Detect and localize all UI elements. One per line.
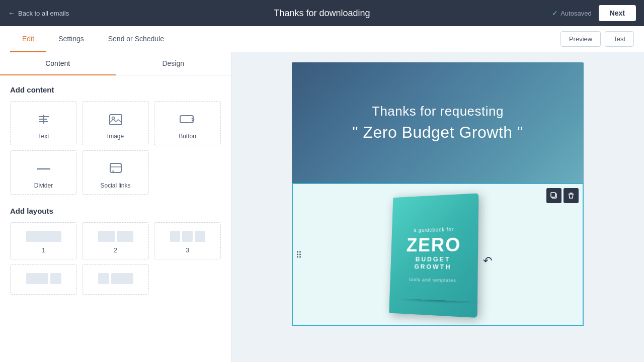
book-small-label: a guidebook for [414, 226, 454, 233]
tab-edit[interactable]: Edit [10, 27, 46, 52]
main-layout: Content Design Add content [0, 52, 644, 362]
sidebar-tab-content[interactable]: Content [0, 52, 116, 75]
layout-item-3[interactable]: 3 [154, 222, 221, 259]
layout-col [26, 231, 61, 242]
book-growth-label: GROWTH [414, 262, 452, 270]
content-item-image-label: Image [107, 133, 124, 140]
layout-preview-3 [170, 231, 205, 242]
copy-icon [550, 192, 557, 199]
text-icon [35, 111, 53, 129]
back-link[interactable]: ← Back to all emails [8, 9, 69, 17]
layout-preview-2 [98, 231, 133, 242]
layout-preview-1 [26, 231, 61, 242]
drag-dot [297, 256, 298, 258]
tab-send-schedule[interactable]: Send or Schedule [96, 27, 176, 52]
drag-dot [299, 251, 301, 253]
drag-dot-row [297, 254, 301, 255]
content-item-image[interactable]: Image [82, 101, 149, 145]
sidebar: Content Design Add content [0, 52, 231, 362]
preview-button[interactable]: Preview [560, 31, 601, 47]
test-button[interactable]: Test [605, 31, 634, 47]
layout-col [182, 231, 193, 242]
layout-col [170, 231, 181, 242]
layout-col [98, 273, 109, 284]
svg-rect-6 [180, 116, 193, 123]
svg-rect-12 [551, 193, 555, 197]
tab-bar: Edit Settings Send or Schedule [10, 26, 176, 52]
divider-icon [35, 160, 53, 178]
svg-text:#: # [112, 168, 115, 173]
layout-col [26, 273, 48, 284]
add-content-title: Add content [10, 85, 221, 94]
sidebar-tab-bar: Content Design [0, 52, 231, 75]
book-tools-label: tools and templates [409, 277, 456, 283]
layout-label-2: 2 [114, 247, 117, 254]
image-icon [107, 111, 125, 129]
content-item-text[interactable]: Text [10, 101, 77, 145]
email-book-section[interactable]: a guidebook for ZERO BUDGET GROWTH tools… [292, 183, 584, 326]
layout-item-2[interactable]: 2 [82, 222, 149, 259]
sidebar-content: Add content Text [0, 75, 231, 305]
layout-preview-5 [98, 273, 133, 284]
button-icon [179, 111, 197, 129]
canvas-area: Thanks for requesting " Zero Budget Grow… [231, 52, 644, 362]
drag-handle[interactable] [295, 248, 303, 261]
layout-col [111, 273, 133, 284]
email-container: Thanks for requesting " Zero Budget Grow… [292, 62, 584, 326]
secondary-nav-right: Preview Test [560, 31, 634, 47]
delete-icon [568, 192, 575, 199]
tab-settings[interactable]: Settings [46, 27, 96, 52]
copy-section-button[interactable] [546, 188, 561, 203]
section-toolbar [546, 188, 579, 203]
drag-dot [297, 251, 298, 253]
top-nav: ← Back to all emails Thanks for download… [0, 0, 644, 26]
autosaved-label: Autosaved [560, 10, 591, 17]
layout-col [195, 231, 205, 242]
back-arrow-icon: ← [8, 9, 15, 17]
content-item-divider-label: Divider [34, 182, 53, 189]
drag-dot [297, 254, 298, 255]
layout-item-5[interactable] [82, 264, 149, 295]
content-item-social[interactable]: # Social links [82, 150, 149, 195]
page-title: Thanks for downloading [274, 8, 370, 19]
drag-dot [299, 254, 301, 255]
layout-preview-4 [26, 273, 61, 284]
drag-dot [299, 256, 301, 258]
sidebar-tab-design[interactable]: Design [116, 52, 231, 75]
content-items-grid: Text Image [10, 101, 221, 195]
drag-dot-row [297, 251, 301, 253]
content-item-button-label: Button [179, 133, 196, 140]
email-header-line2: " Zero Budget Growth " [352, 123, 523, 142]
delete-section-button[interactable] [564, 188, 579, 203]
book-budget-label: BUDGET [416, 255, 451, 262]
next-button[interactable]: Next [599, 5, 636, 21]
autosaved-status: ✓ Autosaved [552, 9, 591, 17]
content-item-social-label: Social links [100, 182, 130, 189]
book-zero-label: ZERO [406, 235, 461, 254]
layout-item-4[interactable] [10, 264, 77, 295]
back-label: Back to all emails [18, 10, 69, 17]
book-illustration: a guidebook for ZERO BUDGET GROWTH tools… [377, 184, 498, 325]
content-item-text-label: Text [38, 133, 49, 140]
layout-label-3: 3 [186, 247, 189, 254]
layout-label-1: 1 [42, 247, 45, 254]
content-item-button[interactable]: Button [154, 101, 221, 145]
social-icon: # [107, 160, 125, 178]
email-header-section[interactable]: Thanks for requesting " Zero Budget Grow… [292, 62, 584, 183]
svg-rect-4 [110, 115, 122, 125]
email-header-line1: Thanks for requesting [372, 104, 504, 119]
layout-col [98, 231, 115, 242]
book-3d: a guidebook for ZERO BUDGET GROWTH tools… [389, 193, 489, 318]
layout-item-1[interactable]: 1 [10, 222, 77, 259]
secondary-nav: Edit Settings Send or Schedule Preview T… [0, 26, 644, 52]
add-layouts-title: Add layouts [10, 207, 221, 215]
check-icon: ✓ [552, 9, 558, 17]
layout-col [50, 273, 61, 284]
content-item-divider[interactable]: Divider [10, 150, 77, 195]
drag-dot-row [297, 256, 301, 258]
top-right-actions: ✓ Autosaved Next [552, 5, 636, 21]
layout-items-grid: 1 2 3 [10, 222, 221, 295]
layout-col [117, 231, 133, 242]
